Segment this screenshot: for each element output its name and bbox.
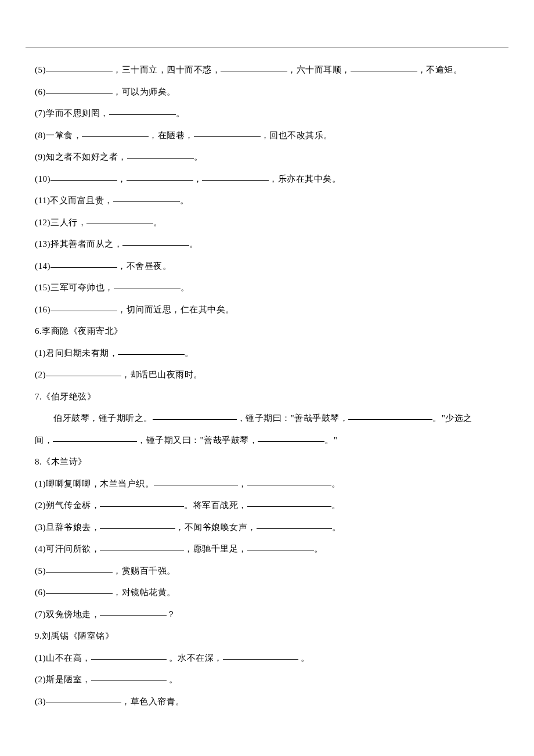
item-15: (15)三军可夺帅也，。 <box>35 277 499 299</box>
fill-blank[interactable] <box>100 520 175 529</box>
text: 可汗问所欲， <box>46 544 100 553</box>
text: 。 <box>189 239 199 249</box>
heading: 7.《伯牙绝弦》 <box>35 392 96 401</box>
section-8-item-6: (6)，对镜帖花黄。 <box>35 582 499 604</box>
section-9-title: 9.刘禹锡《陋室铭》 <box>35 625 499 647</box>
text: 。 <box>176 109 185 118</box>
fill-blank[interactable] <box>258 433 324 442</box>
fill-blank[interactable] <box>46 694 121 703</box>
fill-blank[interactable] <box>82 128 149 137</box>
fill-blank[interactable] <box>257 520 332 529</box>
fill-blank[interactable] <box>50 259 117 268</box>
section-9-item-2: (2)斯是陋室， 。 <box>35 669 499 691</box>
item-num: (4) <box>35 544 46 553</box>
item-num: (1) <box>35 479 46 488</box>
fill-blank[interactable] <box>247 498 331 507</box>
fill-blank[interactable] <box>154 477 238 485</box>
item-num: (2) <box>35 675 46 684</box>
fill-blank[interactable] <box>50 303 117 311</box>
section-7-title: 7.《伯牙绝弦》 <box>35 386 499 408</box>
section-7-line-2: 间，，锺子期又曰："善哉乎鼓琴，。" <box>35 430 499 452</box>
section-6-title: 6.李商隐《夜雨寄北》 <box>35 321 499 343</box>
page-top-rule <box>26 48 508 48</box>
heading: 9.刘禹锡《陋室铭》 <box>35 631 114 640</box>
text: 。 <box>167 675 178 684</box>
text: 不义而富且贵， <box>50 196 113 205</box>
text: ，三十而立，四十而不惑， <box>113 65 221 74</box>
fill-blank[interactable] <box>46 564 113 573</box>
item-num: (1) <box>35 653 46 663</box>
section-8-item-4: (4)可汗问所欲，，愿驰千里足，。 <box>35 538 499 560</box>
fill-blank[interactable] <box>118 346 185 355</box>
fill-blank[interactable] <box>153 411 237 420</box>
item-num: (15) <box>35 283 50 292</box>
text: 知之者不如好之者， <box>46 152 127 161</box>
fill-blank[interactable] <box>100 607 167 616</box>
text: ，在陋巷， <box>149 131 194 140</box>
text: ， <box>238 479 247 488</box>
fill-blank[interactable] <box>114 280 181 289</box>
fill-blank[interactable] <box>109 106 176 115</box>
text: 山不在高， <box>46 653 91 663</box>
fill-blank[interactable] <box>247 477 331 485</box>
fill-blank[interactable] <box>46 368 121 376</box>
fill-blank[interactable] <box>348 411 432 420</box>
text: 君问归期未有期， <box>46 348 118 358</box>
text: 旦辞爷娘去， <box>46 523 100 532</box>
fill-blank[interactable] <box>122 237 189 246</box>
fill-blank[interactable] <box>100 542 184 550</box>
text: 。水不在深， <box>167 653 223 663</box>
text: 双兔傍地走， <box>46 610 100 619</box>
text: 朔气传金柝， <box>46 501 100 510</box>
heading: 8.《木兰诗》 <box>35 457 87 466</box>
fill-blank[interactable] <box>247 542 314 550</box>
text: 三人行， <box>50 218 86 227</box>
text: ，不逾矩。 <box>417 65 463 74</box>
fill-blank[interactable] <box>86 215 153 224</box>
fill-blank[interactable] <box>127 172 193 181</box>
text: ，可以为师矣。 <box>113 87 176 96</box>
item-num: (7) <box>35 610 46 619</box>
item-num: (2) <box>35 501 46 510</box>
item-5: (5)，三十而立，四十而不惑，，六十而耳顺，，不逾矩。 <box>35 59 499 81</box>
fill-blank[interactable] <box>100 498 184 507</box>
fill-blank[interactable] <box>46 63 113 71</box>
fill-blank[interactable] <box>127 150 194 159</box>
fill-blank[interactable] <box>46 85 113 93</box>
text: ，回也不改其乐。 <box>261 131 333 140</box>
item-6: (6)，可以为师矣。 <box>35 81 499 103</box>
text: ， <box>117 174 127 183</box>
fill-blank[interactable] <box>113 193 180 202</box>
item-num: (12) <box>35 218 50 227</box>
fill-blank[interactable] <box>223 651 298 660</box>
text: 。 <box>185 348 194 358</box>
fill-blank[interactable] <box>202 172 269 181</box>
item-13: (13)择其善者而从之，。 <box>35 233 499 255</box>
text: ？ <box>167 610 176 619</box>
fill-blank[interactable] <box>46 585 113 594</box>
item-num: (5) <box>35 566 46 575</box>
text: ， <box>193 174 203 183</box>
text: 学而不思则罔， <box>46 109 109 118</box>
fill-blank[interactable] <box>194 128 261 137</box>
item-num: (10) <box>35 174 50 183</box>
fill-blank[interactable] <box>50 172 117 181</box>
fill-blank[interactable] <box>91 651 167 660</box>
fill-blank[interactable] <box>351 63 417 71</box>
item-num: (8) <box>35 131 46 140</box>
fill-blank[interactable] <box>91 672 167 681</box>
text: ，草色入帘青。 <box>121 697 185 706</box>
text: 。 <box>194 152 203 161</box>
section-9-item-3: (3)，草色入帘青。 <box>35 691 499 713</box>
item-num: (3) <box>35 523 46 532</box>
section-8-item-5: (5)，赏赐百千强。 <box>35 560 499 582</box>
text: 。 <box>314 544 323 553</box>
item-12: (12)三人行，。 <box>35 212 499 234</box>
fill-blank[interactable] <box>53 433 137 442</box>
text: 。 <box>153 218 163 227</box>
fill-blank[interactable] <box>221 63 287 71</box>
item-10: (10)，，，乐亦在其中矣。 <box>35 168 499 190</box>
section-8-item-7: (7)双兔傍地走，？ <box>35 604 499 626</box>
text: 斯是陋室， <box>46 675 91 684</box>
text: ，乐亦在其中矣。 <box>269 174 341 183</box>
